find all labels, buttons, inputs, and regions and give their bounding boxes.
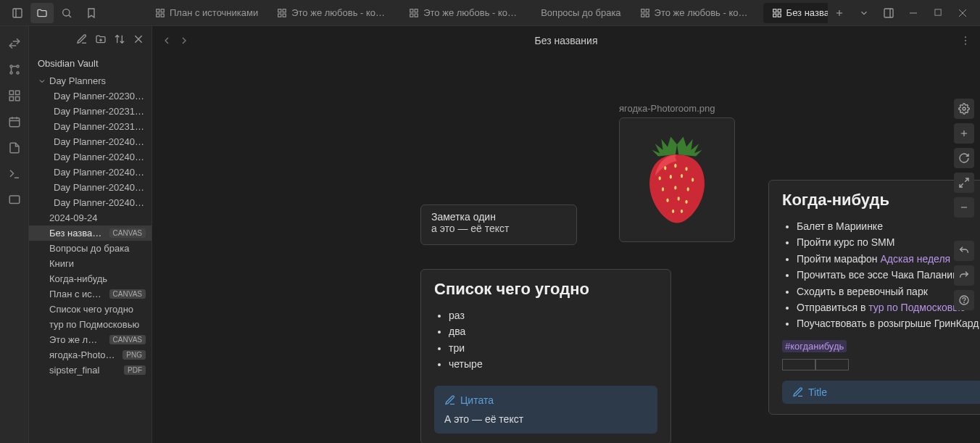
svg-rect-43	[15, 91, 19, 94]
file-item[interactable]: Без названияCANVAS	[29, 225, 151, 241]
help-icon[interactable]	[954, 290, 974, 310]
tab[interactable]: Это же любовь - консп…	[631, 3, 762, 23]
svg-point-71	[685, 167, 687, 170]
quick-switcher-icon[interactable]	[3, 32, 26, 55]
zoom-in-icon[interactable]	[954, 123, 974, 144]
svg-point-68	[964, 302, 965, 303]
svg-rect-13	[415, 9, 418, 12]
svg-rect-11	[283, 14, 286, 17]
list-item: три	[449, 340, 657, 356]
right-panel-toggle-icon[interactable]	[877, 3, 900, 23]
file-item[interactable]: тур по Подмосковью	[29, 317, 151, 332]
svg-rect-14	[410, 14, 413, 17]
forward-icon[interactable]	[178, 35, 190, 46]
new-folder-icon[interactable]	[95, 33, 108, 46]
svg-point-37	[17, 65, 19, 67]
title-callout: Title	[782, 381, 980, 404]
pencil-icon	[444, 394, 456, 406]
svg-point-77	[674, 186, 676, 189]
file-item[interactable]: Day Planner-202310…	[29, 119, 151, 134]
vault-name[interactable]: Obsidian Vault	[29, 54, 151, 73]
folder-item[interactable]: Day Planners	[29, 73, 151, 88]
search-icon[interactable]	[55, 3, 78, 23]
tab-label: План с источниками	[170, 7, 258, 18]
canvas-icon[interactable]	[3, 84, 26, 107]
tab[interactable]: Это же любовь - консп…	[400, 3, 531, 23]
new-note-icon[interactable]	[76, 33, 89, 46]
svg-point-2	[63, 9, 70, 15]
settings-icon[interactable]	[954, 99, 974, 119]
list-card-title: Список чего угодно	[434, 280, 657, 299]
canvas-icon	[155, 8, 165, 18]
svg-point-73	[670, 175, 672, 178]
tab[interactable]: Без названия	[763, 3, 828, 23]
svg-rect-28	[884, 9, 893, 17]
file-item[interactable]: Day Planner-202401…	[29, 134, 151, 149]
svg-rect-7	[161, 14, 164, 17]
collapse-icon[interactable]	[133, 33, 146, 46]
daily-note-icon[interactable]	[3, 110, 26, 133]
fit-icon[interactable]	[954, 173, 974, 193]
bookmark-icon[interactable]	[80, 3, 103, 23]
file-item[interactable]: Когда-нибудь	[29, 271, 151, 286]
svg-point-81	[685, 200, 687, 204]
internal-link[interactable]: Адская неделя	[881, 253, 951, 265]
command-icon[interactable]	[3, 162, 26, 186]
file-item[interactable]: Day Planner-202404…	[29, 165, 151, 180]
file-item[interactable]: Day Planner-202310…	[29, 104, 151, 119]
list-item: Прочитать все эссе Чака Паланика	[797, 267, 980, 283]
redo-icon[interactable]	[954, 265, 974, 286]
file-item[interactable]: Day Planner-202409…	[29, 180, 151, 195]
left-panel-toggle-icon[interactable]	[6, 3, 29, 23]
svg-rect-31	[934, 9, 940, 15]
svg-point-74	[681, 174, 683, 178]
someday-card[interactable]: Когда-нибудь Когда-нибудь Балет в Мариин…	[768, 180, 980, 415]
note-card[interactable]: Заметка один а это — её текст	[420, 204, 577, 245]
file-item[interactable]: 2024-09-24	[29, 210, 151, 225]
tab-label: Это же любовь - консп…	[655, 7, 753, 18]
svg-point-39	[17, 72, 19, 74]
svg-rect-8	[278, 9, 281, 12]
file-item[interactable]: План с источ…CANVAS	[29, 286, 151, 302]
svg-rect-10	[278, 14, 281, 17]
templates-icon[interactable]	[3, 136, 26, 160]
file-item[interactable]: Day Planner-202401…	[29, 149, 151, 165]
file-item[interactable]: Это же любо…CANVAS	[29, 332, 151, 347]
file-item[interactable]: Day Planner-202409…	[29, 195, 151, 210]
close-window-icon[interactable]	[951, 3, 974, 23]
zoom-out-icon[interactable]	[954, 197, 974, 218]
file-item[interactable]: sipster_finalPDF	[29, 363, 151, 378]
svg-point-80	[678, 196, 680, 200]
strawberry-image	[620, 118, 734, 241]
chevron-down-icon[interactable]	[852, 3, 876, 23]
slides-icon[interactable]	[3, 189, 26, 212]
tab[interactable]: Это же любовь - консп…	[268, 3, 399, 23]
svg-rect-45	[15, 97, 19, 101]
back-icon[interactable]	[161, 35, 173, 46]
minimize-icon[interactable]	[902, 3, 925, 23]
new-tab-icon[interactable]	[828, 3, 851, 23]
page-title: Без названия	[535, 35, 598, 46]
file-item[interactable]: Список чего угодно	[29, 302, 151, 317]
list-item: Поучаствовать в розыгрыше ГринКард	[797, 315, 980, 331]
tab[interactable]: План с источниками	[146, 3, 267, 23]
image-card[interactable]	[619, 117, 735, 242]
files-icon[interactable]	[30, 3, 54, 23]
list-item: раз	[449, 307, 657, 323]
sort-icon[interactable]	[114, 33, 127, 46]
tab[interactable]: Вопросы до брака	[532, 3, 629, 23]
file-item[interactable]: Книги	[29, 256, 151, 271]
list-item: Балет в Мариинке	[797, 218, 980, 234]
file-item[interactable]: Вопросы до брака	[29, 241, 151, 256]
undo-icon[interactable]	[954, 241, 974, 261]
tag[interactable]: #когданибудь	[782, 340, 847, 352]
graph-icon[interactable]	[3, 58, 26, 81]
file-item[interactable]: ягодка-PhotoroomPNG	[29, 347, 151, 363]
more-icon[interactable]	[960, 35, 971, 46]
file-item[interactable]: Day Planner-202309…	[29, 88, 151, 104]
maximize-icon[interactable]	[926, 3, 950, 23]
reset-zoom-icon[interactable]	[954, 148, 974, 168]
svg-point-61	[963, 107, 966, 110]
list-card[interactable]: Список чего угодно Список чего угодно ра…	[420, 269, 671, 443]
internal-link[interactable]: тур по Подмосковью	[868, 302, 966, 313]
